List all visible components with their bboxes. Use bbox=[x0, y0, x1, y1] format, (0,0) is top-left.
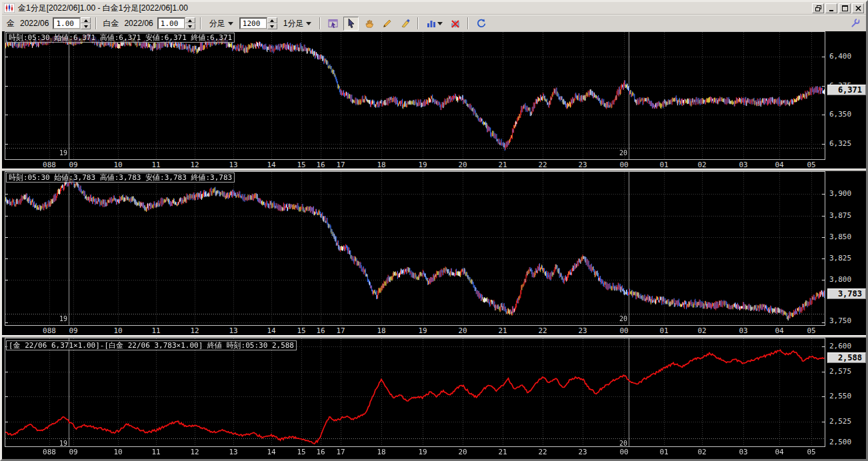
gold-ratio-input[interactable] bbox=[53, 17, 81, 29]
spread-price-axis: 2,6002,5752,5502,5252,5002,588 bbox=[827, 338, 866, 459]
platinum-symbol-label: 白金 bbox=[101, 18, 120, 29]
last-price-badge: 3,783 bbox=[827, 288, 866, 299]
bar-count-spinner[interactable] bbox=[239, 17, 277, 29]
x-axis-label: 17 bbox=[332, 448, 349, 456]
x-axis-label: 19 bbox=[414, 326, 431, 335]
interval-dropdown[interactable]: 1分足 bbox=[280, 16, 315, 31]
y-axis-label: 3,800 bbox=[829, 275, 851, 284]
x-axis-label: 19 bbox=[414, 448, 431, 456]
x-axis-label: 16 bbox=[312, 326, 329, 335]
bar-count-down-button[interactable] bbox=[267, 23, 277, 29]
x-axis-label: 18 bbox=[373, 448, 390, 456]
x-axis-label: 09 bbox=[65, 326, 82, 335]
x-axis-label: 21 bbox=[494, 448, 511, 456]
x-axis-label: 13 bbox=[225, 448, 242, 456]
x-axis-label: 11 bbox=[147, 326, 165, 335]
pan-hand-icon[interactable] bbox=[361, 17, 377, 31]
x-axis-label: 11 bbox=[147, 161, 165, 169]
x-axis-label: 23 bbox=[574, 326, 591, 335]
gold-ratio-down-button[interactable] bbox=[81, 23, 91, 29]
date-marker: 19 bbox=[53, 440, 67, 447]
x-axis-label: 04 bbox=[771, 326, 788, 335]
x-axis-label: 04 bbox=[771, 448, 788, 456]
x-axis-label: 15 bbox=[293, 326, 310, 335]
x-axis-label: 21 bbox=[494, 161, 511, 169]
app-window: 金1分足[2022/06]1.00 - 白金1分足[2022/06]1.00 金… bbox=[0, 0, 868, 461]
y-axis-label: 3,850 bbox=[829, 232, 851, 241]
x-axis-label: 03 bbox=[735, 326, 752, 335]
y-axis-label: 3,875 bbox=[829, 211, 851, 220]
marker-pen-icon[interactable] bbox=[397, 17, 413, 31]
spread-plot: [金 22/06 6,371×1.00]-[白金 22/06 3,783×1.0… bbox=[5, 338, 825, 447]
x-axis-label: 14 bbox=[263, 161, 280, 169]
gold-chart-canvas[interactable] bbox=[5, 32, 825, 159]
spread-chart-canvas[interactable] bbox=[5, 338, 825, 446]
platinum-ratio-down-button[interactable] bbox=[185, 23, 195, 29]
x-axis-label: 23 bbox=[574, 161, 591, 169]
x-axis-label: 10 bbox=[109, 326, 127, 335]
platinum-ratio-up-button[interactable] bbox=[185, 17, 195, 23]
x-axis-label: 05 bbox=[803, 448, 820, 456]
y-axis-label: 6,350 bbox=[829, 110, 851, 119]
y-axis-label: 3,825 bbox=[829, 254, 851, 262]
x-axis-label: 16 bbox=[312, 448, 329, 456]
x-axis-label: 01 bbox=[655, 448, 673, 456]
y-axis-label: 6,325 bbox=[829, 139, 851, 148]
x-axis-label: 12 bbox=[186, 448, 203, 456]
restore-button[interactable] bbox=[812, 3, 824, 13]
x-axis-label: 02 bbox=[693, 448, 711, 456]
chart-delete-icon[interactable] bbox=[447, 17, 463, 31]
pencil-icon[interactable] bbox=[379, 17, 395, 31]
x-axis-label: 12 bbox=[186, 326, 203, 335]
settings-wrench-icon[interactable] bbox=[847, 17, 863, 31]
bar-type-label: 分足 bbox=[209, 18, 225, 29]
platinum-ratio-spinner[interactable] bbox=[157, 17, 195, 29]
last-price-badge: 2,588 bbox=[827, 352, 866, 363]
charts-area: 時刻:05:30 始値:6,371 高値:6,371 安値:6,371 終値:6… bbox=[2, 31, 866, 459]
bar-type-dropdown[interactable]: 分足 bbox=[206, 16, 237, 31]
platinum-time-axis: 0880910111213141516171819202122230001020… bbox=[5, 326, 825, 335]
gold-month-selector[interactable]: 2022/06 bbox=[19, 19, 50, 28]
x-axis-label: 14 bbox=[263, 326, 280, 335]
x-axis-label: 23 bbox=[574, 448, 591, 456]
x-axis-label: 088 bbox=[41, 448, 58, 456]
x-axis-label: 02 bbox=[693, 161, 711, 169]
y-axis-label: 3,900 bbox=[829, 189, 851, 198]
gold-ratio-up-button[interactable] bbox=[81, 17, 91, 23]
title-bar: 金1分足[2022/06]1.00 - 白金1分足[2022/06]1.00 bbox=[2, 2, 866, 15]
pointer-window-icon[interactable] bbox=[325, 17, 341, 31]
candlestick-chart-icon bbox=[4, 3, 15, 13]
toolbar-separator bbox=[200, 17, 201, 29]
platinum-month-selector[interactable]: 2022/06 bbox=[123, 19, 154, 28]
gold-ratio-spinner[interactable] bbox=[53, 17, 91, 29]
gold-chart-panel: 時刻:05:30 始値:6,371 高値:6,371 安値:6,371 終値:6… bbox=[2, 31, 866, 169]
platinum-chart-canvas[interactable] bbox=[5, 172, 825, 325]
refresh-icon[interactable] bbox=[473, 17, 489, 31]
last-price-badge: 6,371 bbox=[827, 85, 866, 95]
gold-plot: 時刻:05:30 始値:6,371 高値:6,371 安値:6,371 終値:6… bbox=[5, 31, 825, 160]
x-axis-label: 01 bbox=[655, 326, 673, 335]
bar-count-up-button[interactable] bbox=[267, 17, 277, 23]
x-axis-label: 04 bbox=[771, 161, 788, 169]
window-title: 金1分足[2022/06]1.00 - 白金1分足[2022/06]1.00 bbox=[18, 3, 809, 14]
x-axis-label: 13 bbox=[225, 161, 242, 169]
x-axis-label: 02 bbox=[693, 326, 711, 335]
cursor-icon[interactable] bbox=[343, 17, 359, 31]
bar-count-input[interactable] bbox=[239, 17, 267, 29]
x-axis-label: 16 bbox=[312, 161, 329, 169]
y-axis-label: 6,400 bbox=[829, 52, 851, 61]
spread-formula-info: [金 22/06 6,371×1.00]-[白金 22/06 3,783×1.0… bbox=[6, 340, 297, 350]
platinum-ratio-input[interactable] bbox=[157, 17, 185, 29]
x-axis-label: 14 bbox=[263, 448, 280, 456]
toolbar-separator bbox=[95, 17, 97, 29]
x-axis-label: 20 bbox=[454, 161, 471, 169]
x-axis-label: 11 bbox=[147, 448, 165, 456]
minimize-button[interactable] bbox=[825, 3, 837, 13]
maximize-button[interactable] bbox=[839, 3, 851, 13]
platinum-plot: 時刻:05:30 始値:3,783 高値:3,783 安値:3,783 終値:3… bbox=[5, 171, 825, 326]
x-axis-label: 088 bbox=[41, 326, 58, 335]
close-button[interactable] bbox=[852, 3, 864, 13]
chevron-down-icon bbox=[437, 22, 443, 25]
date-marker: 20 bbox=[613, 440, 627, 447]
chart-type-icon[interactable] bbox=[423, 17, 445, 31]
